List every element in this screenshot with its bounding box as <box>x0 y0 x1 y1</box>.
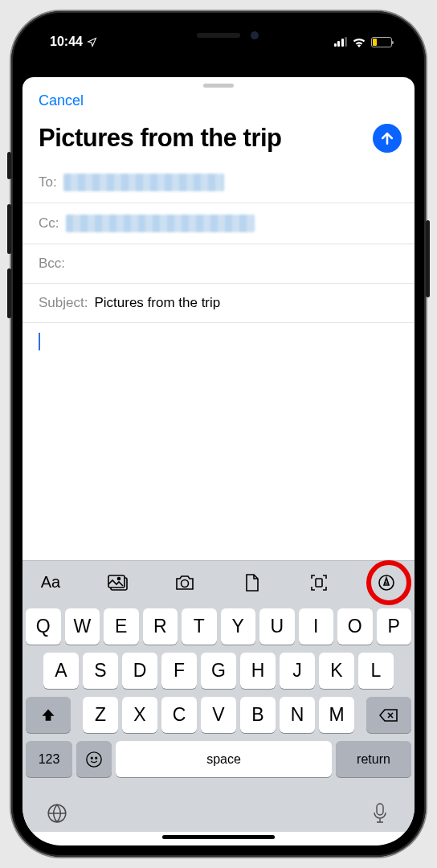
key-k[interactable]: K <box>319 653 354 689</box>
key-v[interactable]: V <box>201 697 236 733</box>
key-x[interactable]: X <box>122 697 157 733</box>
document-button[interactable] <box>239 569 266 596</box>
key-c[interactable]: C <box>161 697 197 733</box>
to-field[interactable]: To: <box>22 162 415 203</box>
shift-icon <box>40 707 56 723</box>
keyboard-row-1: QWERTYUIOP <box>26 608 411 645</box>
text-cursor <box>39 333 40 350</box>
key-w[interactable]: W <box>65 608 100 645</box>
key-i[interactable]: I <box>299 608 334 645</box>
phone-frame: 10:44 Cancel Pictures from the trip <box>11 11 426 857</box>
camera-button[interactable] <box>171 569 198 596</box>
send-button[interactable] <box>373 124 402 153</box>
battery-icon <box>371 37 392 47</box>
key-l[interactable]: L <box>358 653 394 689</box>
globe-icon <box>47 803 67 824</box>
screen: 10:44 Cancel Pictures from the trip <box>22 23 415 845</box>
key-o[interactable]: O <box>337 608 373 645</box>
key-t[interactable]: T <box>182 608 217 645</box>
cc-value-redacted <box>66 215 255 232</box>
to-value-redacted <box>63 174 224 191</box>
key-m[interactable]: M <box>319 697 354 733</box>
return-key[interactable]: return <box>336 741 411 777</box>
keyboard-row-4: 123 space return <box>26 741 411 777</box>
key-e[interactable]: E <box>104 608 139 645</box>
home-indicator[interactable] <box>162 835 275 839</box>
keyboard-bottom-bar <box>22 782 415 832</box>
photos-icon <box>107 574 129 592</box>
keyboard-accessory-bar: Aa <box>22 560 415 604</box>
backspace-key[interactable] <box>366 697 411 733</box>
backspace-icon <box>379 708 398 723</box>
svg-rect-4 <box>316 579 322 587</box>
emoji-icon <box>85 751 103 768</box>
svg-point-3 <box>182 579 189 587</box>
space-key[interactable]: space <box>116 741 332 777</box>
subject-value: Pictures from the trip <box>94 295 220 311</box>
subject-field[interactable]: Subject: Pictures from the trip <box>22 284 415 323</box>
message-body[interactable] <box>22 323 415 560</box>
document-icon <box>244 573 260 592</box>
cc-field[interactable]: Cc: <box>22 203 415 244</box>
compose-title: Pictures from the trip <box>39 125 282 152</box>
keyboard-row-3: ZXCVBNM <box>26 697 411 733</box>
svg-point-7 <box>91 757 92 759</box>
cancel-button[interactable]: Cancel <box>39 92 84 109</box>
key-u[interactable]: U <box>259 608 295 645</box>
scan-icon <box>309 573 329 592</box>
compose-sheet: Cancel Pictures from the trip To: Cc: Bc… <box>22 77 415 845</box>
location-arrow-icon <box>87 37 97 47</box>
microphone-icon <box>371 802 389 825</box>
scan-button[interactable] <box>305 569 333 596</box>
svg-point-6 <box>87 751 101 766</box>
dictation-key[interactable] <box>368 801 392 825</box>
keyboard-row-2: ASDFGHJKL <box>26 653 411 689</box>
keyboard: QWERTYUIOP ASDFGHJKL ZXCVBNM 123 <box>22 604 415 782</box>
subject-label: Subject: <box>39 295 88 311</box>
notch <box>130 23 307 48</box>
to-label: To: <box>39 174 57 190</box>
key-b[interactable]: B <box>240 697 276 733</box>
key-n[interactable]: N <box>280 697 315 733</box>
text-format-button[interactable]: Aa <box>37 569 64 596</box>
photos-button[interactable] <box>104 569 132 596</box>
key-r[interactable]: R <box>143 608 178 645</box>
key-g[interactable]: G <box>201 653 236 689</box>
shift-key[interactable] <box>26 697 71 733</box>
bcc-field[interactable]: Bcc: <box>22 244 415 284</box>
cellular-signal-icon <box>334 37 348 47</box>
svg-point-2 <box>117 577 120 579</box>
key-d[interactable]: D <box>122 653 157 689</box>
key-f[interactable]: F <box>161 653 197 689</box>
markup-button[interactable] <box>373 569 400 596</box>
key-q[interactable]: Q <box>26 608 61 645</box>
arrow-up-icon <box>379 130 395 146</box>
emoji-key[interactable] <box>76 741 112 777</box>
key-s[interactable]: S <box>83 653 118 689</box>
svg-rect-10 <box>377 804 383 815</box>
key-z[interactable]: Z <box>83 697 118 733</box>
globe-key[interactable] <box>45 801 69 825</box>
markup-icon <box>377 573 396 592</box>
wifi-icon <box>352 37 366 47</box>
key-h[interactable]: H <box>240 653 276 689</box>
camera-icon <box>174 574 195 592</box>
status-time: 10:44 <box>50 35 83 49</box>
svg-point-8 <box>96 757 97 759</box>
key-p[interactable]: P <box>377 608 412 645</box>
bcc-label: Bcc: <box>39 256 65 272</box>
numeric-key[interactable]: 123 <box>26 741 72 777</box>
cc-label: Cc: <box>39 215 59 231</box>
key-y[interactable]: Y <box>221 608 256 645</box>
key-j[interactable]: J <box>280 653 315 689</box>
key-a[interactable]: A <box>43 653 79 689</box>
